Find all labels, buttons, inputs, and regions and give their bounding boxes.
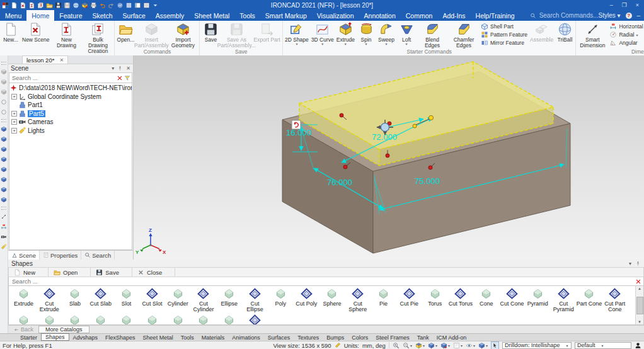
drilldown-select[interactable]: Drilldown: Intellishape▾ — [502, 342, 572, 349]
catalog-tab-starter[interactable]: Starter — [16, 334, 41, 341]
catalog-tab-tools[interactable]: Tools — [177, 334, 198, 341]
menu-tab-add-ins[interactable]: Add-Ins — [437, 10, 470, 21]
ribbon-item-blend-edges[interactable]: Blend Edges — [417, 21, 448, 49]
catalog-item-cut-cylinder[interactable]: Cut Cylinder — [191, 287, 217, 313]
undo-icon[interactable] — [99, 2, 106, 9]
close-button[interactable]: Close — [132, 268, 175, 277]
catalog-item-cone[interactable]: Cone — [473, 287, 499, 307]
menu-caret-icon[interactable] — [152, 2, 159, 9]
sheet-tool[interactable]: ▾ — [453, 342, 463, 349]
zoom-out-tool[interactable]: ▾ — [403, 342, 412, 349]
cube-gray-icon[interactable] — [1, 79, 7, 85]
chevron-down-icon[interactable]: ▾ — [410, 343, 412, 348]
new-file-icon[interactable] — [11, 2, 18, 9]
help-icon[interactable]: ? — [626, 13, 632, 19]
catalog-tab-animations[interactable]: Animations — [228, 334, 264, 341]
catalog-item-cut-cone[interactable]: Cut Cone — [499, 287, 525, 307]
ribbon-item-loft[interactable]: Loft▾ — [396, 21, 417, 45]
import-geometry-icon[interactable] — [81, 2, 88, 9]
configuration-select[interactable]: Default▾ — [575, 342, 631, 349]
catalog-item-cut-ellipsoid[interactable]: Cut Ellipsoid — [242, 313, 268, 325]
catalog-item-l3-circles[interactable]: L3 Circles — [62, 313, 88, 325]
expand-icon[interactable]: + — [11, 111, 17, 117]
document-tab-close-icon[interactable]: ✕ — [59, 57, 64, 63]
catalog-item-sphere[interactable]: Sphere — [319, 287, 345, 307]
viewport-3d[interactable]: 16.000 72.000 76.000 75.000 — [134, 55, 644, 260]
cube-blue-icon[interactable] — [1, 126, 7, 132]
menu-tab-assembly[interactable]: Assembly — [151, 10, 190, 21]
menu-tab-feature[interactable]: Feature — [54, 10, 87, 21]
panel-tab-scene[interactable]: Scene — [8, 251, 40, 260]
catalog-item-twist[interactable]: Twist — [88, 313, 113, 325]
chevron-down-icon[interactable]: ▾ — [345, 43, 347, 45]
catalog-item-pie[interactable]: Pie — [371, 287, 396, 307]
document-tab[interactable]: lesson 20* ✕ — [22, 55, 68, 64]
open-button[interactable]: Open — [49, 268, 91, 277]
panel-tab-properties[interactable]: Properties — [40, 251, 81, 260]
redo-icon[interactable] — [108, 2, 115, 9]
snap-grid-icon[interactable] — [125, 2, 132, 9]
back-button[interactable]: Back — [8, 326, 38, 333]
expand-icon[interactable]: + — [11, 128, 17, 134]
menu-tab-sheet-metal[interactable]: Sheet Metal — [189, 10, 234, 21]
chevron-down-icon[interactable]: ▾ — [566, 343, 568, 348]
chevron-down-icon[interactable]: ▾ — [321, 43, 323, 45]
restore-button[interactable]: ❐ — [622, 2, 627, 8]
ribbon-item-shell-part[interactable]: Shell Part — [481, 23, 527, 30]
catalog-collapse-icon[interactable]: ▾ — [629, 261, 631, 266]
catalog-item-partial-torus[interactable]: Partial Torus — [191, 313, 217, 325]
ribbon-item-open[interactable]: Open... — [115, 21, 135, 43]
catalog-tab-icm-add-on[interactable]: ICM Add-on — [433, 334, 471, 341]
chevron-down-icon[interactable]: ▾ — [473, 343, 475, 348]
save-as-icon[interactable] — [64, 2, 71, 9]
render-icon[interactable] — [117, 2, 124, 9]
light-icon[interactable] — [1, 244, 7, 250]
cube-plus-tool[interactable]: ▾ — [440, 342, 450, 349]
menu-tab-home[interactable]: Home — [26, 10, 54, 21]
circle-gray-icon[interactable] — [1, 109, 7, 115]
catalog-item-cut-pyramid[interactable]: Cut Pyramid — [551, 287, 577, 313]
ribbon-item-sweep[interactable]: Sweep▾ — [376, 21, 396, 45]
save-icon[interactable] — [55, 2, 62, 9]
catalog-item-rib[interactable]: Rib — [37, 313, 62, 325]
cube-blue-icon[interactable] — [1, 136, 7, 142]
chevron-down-icon[interactable]: ▾ — [296, 43, 297, 45]
catalog-item-ellipsoid[interactable]: Ellipsoid — [216, 313, 242, 325]
ribbon-item-triball[interactable]: TriBall — [555, 21, 575, 43]
doc-minimize-button[interactable]: – — [637, 12, 641, 19]
clear-search-icon[interactable] — [117, 75, 123, 81]
circle-gray-icon[interactable] — [1, 99, 7, 105]
close-button[interactable]: × — [636, 2, 639, 8]
catalog-item-sphere2[interactable]: Sphere2 — [165, 313, 191, 325]
tree-item-part1[interactable]: Part1 — [9, 101, 132, 110]
catalog-tab-shapes[interactable]: Shapes — [41, 333, 69, 341]
ribbon-item-extrude[interactable]: Extrude▾ — [335, 21, 356, 45]
ribbon-item-2d-shape[interactable]: 2D Shape▾ — [284, 21, 310, 45]
menu-tab-annotation[interactable]: Annotation — [359, 10, 401, 21]
chevron-down-icon[interactable]: ▾ — [602, 343, 604, 348]
scrollbar-thumb[interactable] — [636, 297, 643, 314]
cursor-tool[interactable] — [491, 341, 499, 349]
eye-tool[interactable]: ▾ — [466, 342, 475, 349]
pin-icon[interactable] — [117, 66, 123, 71]
camera-icon[interactable] — [1, 234, 7, 240]
ribbon-item-smart-dimension[interactable]: Smart Dimension — [577, 21, 608, 49]
chevron-down-icon[interactable]: ▾ — [386, 43, 388, 45]
smart-dimension-icon[interactable] — [1, 214, 7, 220]
scroll-up-icon[interactable]: ▲ — [638, 287, 641, 290]
catalog-item-ellipse[interactable]: Ellipse — [216, 287, 242, 307]
expand-icon[interactable]: + — [11, 94, 17, 100]
scene-search-input[interactable] — [11, 74, 115, 82]
cube-yellow-tool[interactable]: ▾ — [415, 342, 425, 349]
contact-support-icon[interactable] — [635, 342, 641, 349]
scroll-down-icon[interactable]: ▼ — [638, 320, 641, 324]
panel-collapse-icon[interactable]: ▾ — [112, 66, 114, 71]
catalog-scrollbar[interactable]: ▲ ▼ — [635, 286, 643, 324]
command-search[interactable]: Search Commands... — [520, 10, 599, 21]
print-icon[interactable] — [90, 2, 97, 9]
ribbon-item-chamfer-edges[interactable]: Chamfer Edges — [448, 21, 480, 49]
chevron-down-icon[interactable]: ▾ — [461, 343, 463, 348]
expand-icon[interactable]: + — [11, 119, 17, 125]
catalog-tab-sheet-metal[interactable]: Sheet Metal — [139, 334, 177, 341]
catalog-tab-colors[interactable]: Colors — [348, 334, 372, 341]
